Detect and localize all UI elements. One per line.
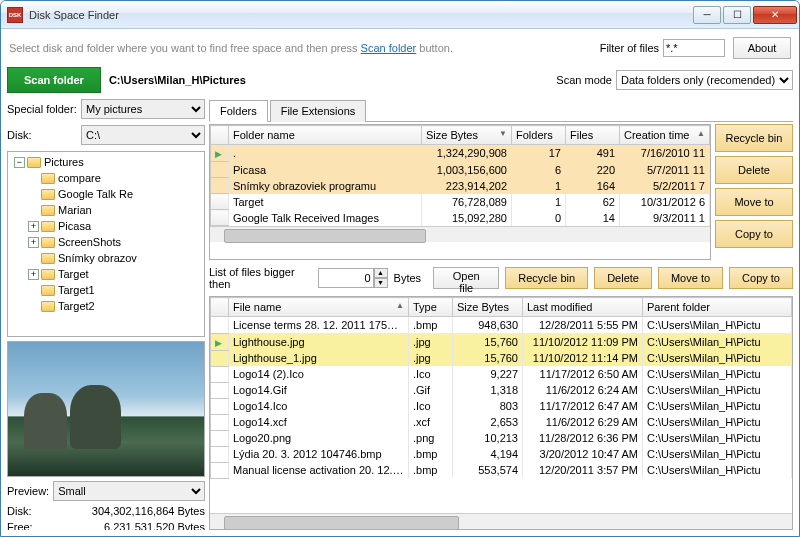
close-button[interactable]: ✕ [753,6,797,24]
table-row[interactable]: ▶ Lighthouse.jpg .jpg 15,760 11/10/2012 … [211,333,792,350]
window-title: Disk Space Finder [29,9,691,21]
scan-folder-link[interactable]: Scan folder [361,42,417,54]
col-modified[interactable]: Last modified [523,298,643,317]
file-grid-hscroll[interactable] [210,513,792,529]
table-row[interactable]: ▶ . 1,324,290,908 17 491 7/16/2010 11 [211,145,710,162]
folder-icon [41,221,55,232]
moveto-button[interactable]: Move to [715,188,793,216]
titlebar: DSK Disk Space Finder ─ ☐ ✕ [1,1,799,29]
col-ctime[interactable]: Creation time▲ [620,126,710,145]
preview-label: Preview: [7,485,49,497]
special-folder-label: Special folder: [7,103,77,115]
tab-folders[interactable]: Folders [209,100,268,122]
folder-icon [41,205,55,216]
filter-input[interactable] [663,39,725,57]
bigger-than-unit: Bytes [394,272,422,284]
maximize-button[interactable]: ☐ [723,6,751,24]
app-window: DSK Disk Space Finder ─ ☐ ✕ Select disk … [0,0,800,537]
preview-image [8,342,204,476]
tree-item[interactable]: +ScreenShots [28,234,202,250]
scanmode-label: Scan mode [556,74,612,86]
file-delete-button[interactable]: Delete [594,267,652,289]
tree-expander[interactable]: + [28,221,39,232]
disk-select[interactable]: C:\ [81,125,205,145]
preview-pane [7,341,205,477]
current-path: C:\Users\Milan_H\Pictures [109,74,548,86]
spin-up-icon[interactable]: ▲ [374,268,388,278]
folder-grid[interactable]: Folder name Size Bytes▼ Folders Files Cr… [209,124,711,260]
table-row[interactable]: Snímky obrazoviek programu 223,914,202 1… [211,178,710,194]
folder-tree[interactable]: −Pictures compareGoogle Talk ReMarian+Pi… [7,151,205,337]
app-icon: DSK [7,7,23,23]
folder-icon [41,189,55,200]
tabstrip: Folders File Extensions [209,99,793,122]
col-parent[interactable]: Parent folder [643,298,792,317]
col-type[interactable]: Type [409,298,453,317]
tree-item[interactable]: Marian [28,202,202,218]
folder-icon [41,269,55,280]
tree-expander[interactable]: + [28,237,39,248]
col-folders[interactable]: Folders [512,126,566,145]
folder-icon [41,285,55,296]
file-recycle-button[interactable]: Recycle bin [505,267,588,289]
tree-item[interactable]: +Target [28,266,202,282]
recycle-button[interactable]: Recycle bin [715,124,793,152]
bigger-than-label: List of files bigger then [209,266,312,290]
table-row[interactable]: Lighthouse_1.jpg .jpg 15,760 11/10/2012 … [211,350,792,366]
disk-label: Disk: [7,129,77,141]
file-moveto-button[interactable]: Move to [658,267,723,289]
scan-folder-button[interactable]: Scan folder [7,67,101,93]
copyto-button[interactable]: Copy to [715,220,793,248]
disk-stat: Disk: 304,302,116,864 Bytes [7,505,205,517]
folder-icon [41,173,55,184]
hint-text: Select disk and folder where you want to… [9,42,592,54]
tree-item[interactable]: Snímky obrazov [28,250,202,266]
table-row[interactable]: Logo14.Ico .Ico 803 11/17/2012 6:47 AM C… [211,398,792,414]
minimize-button[interactable]: ─ [693,6,721,24]
free-stat: Free: 6,231,531,520 Bytes [7,521,205,530]
content: Select disk and folder where you want to… [1,29,799,536]
tree-item[interactable]: compare [28,170,202,186]
table-row[interactable]: Manual license activation 20. 12. ... .b… [211,462,792,478]
col-file-name[interactable]: File name▲ [229,298,409,317]
table-row[interactable]: Picasa 1,003,156,600 6 220 5/7/2011 11 [211,162,710,178]
folder-icon [27,157,41,168]
col-file-size[interactable]: Size Bytes [453,298,523,317]
open-file-button[interactable]: Open file [433,267,499,289]
tree-expander[interactable]: + [28,269,39,280]
table-row[interactable]: Google Talk Received Images 15,092,280 0… [211,210,710,226]
folder-grid-hscroll[interactable] [210,226,710,242]
scanmode-select[interactable]: Data folders only (recomended) [616,70,793,90]
col-folder-name[interactable]: Folder name [229,126,422,145]
folder-icon [41,237,55,248]
table-row[interactable]: Logo20.png .png 10,213 11/28/2012 6:36 P… [211,430,792,446]
tree-item[interactable]: Target1 [28,282,202,298]
spin-down-icon[interactable]: ▼ [374,278,388,288]
table-row[interactable]: Lýdia 20. 3. 2012 104746.bmp .bmp 4,194 … [211,446,792,462]
sort-desc-icon: ▼ [499,129,507,138]
special-folder-select[interactable]: My pictures [81,99,205,119]
col-size[interactable]: Size Bytes▼ [422,126,512,145]
table-row[interactable]: Logo14.Gif .Gif 1,318 11/6/2012 6:24 AM … [211,382,792,398]
filter-label: Filter of files [600,42,659,54]
table-row[interactable]: Logo14 (2).Ico .Ico 9,227 11/17/2012 6:5… [211,366,792,382]
folder-icon [41,301,55,312]
table-row[interactable]: Target 76,728,089 1 62 10/31/2012 6 [211,194,710,210]
tab-file-extensions[interactable]: File Extensions [270,100,367,122]
tree-expander[interactable]: − [14,157,25,168]
file-copyto-button[interactable]: Copy to [729,267,793,289]
tree-item[interactable]: +Picasa [28,218,202,234]
table-row[interactable]: License terms 28. 12. 2011 175502.bmp .b… [211,317,792,334]
folder-icon [41,253,55,264]
tree-item[interactable]: Target2 [28,298,202,314]
tree-item[interactable]: Google Talk Re [28,186,202,202]
col-files[interactable]: Files [566,126,620,145]
delete-button[interactable]: Delete [715,156,793,184]
table-row[interactable]: Logo14.xcf .xcf 2,653 11/6/2012 6:29 AM … [211,414,792,430]
preview-size-select[interactable]: Small [53,481,205,501]
about-button[interactable]: About [733,37,791,59]
file-grid[interactable]: File name▲ Type Size Bytes Last modified… [209,296,793,530]
bigger-than-spinner[interactable]: ▲▼ [318,268,388,288]
